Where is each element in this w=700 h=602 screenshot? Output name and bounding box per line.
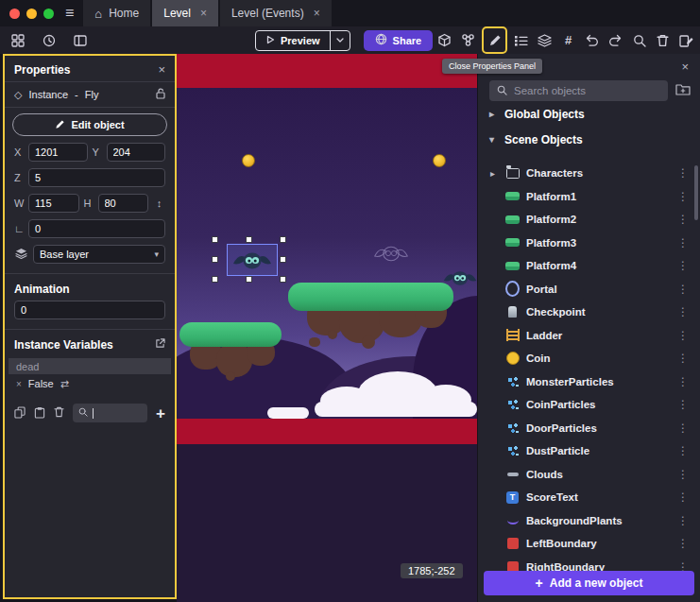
panel-columns-icon[interactable] xyxy=(70,29,90,51)
kebab-menu-icon[interactable]: ⋮ xyxy=(674,213,692,226)
selection-handle[interactable] xyxy=(280,256,286,263)
minimize-window-button[interactable] xyxy=(26,9,37,19)
object-row[interactable]: Portal ⋮ xyxy=(478,278,700,301)
z-input[interactable] xyxy=(28,168,165,187)
history-clock-icon[interactable] xyxy=(39,29,59,51)
y-input[interactable] xyxy=(107,143,166,162)
selection-handle[interactable] xyxy=(280,236,286,243)
kebab-menu-icon[interactable]: ⋮ xyxy=(674,236,692,249)
zoom-window-button[interactable] xyxy=(43,9,54,19)
kebab-menu-icon[interactable]: ⋮ xyxy=(674,259,692,272)
tab-level[interactable]: Level × xyxy=(152,0,218,26)
trash-icon[interactable] xyxy=(54,406,64,420)
grid-icon[interactable]: # xyxy=(558,29,578,51)
height-input[interactable] xyxy=(98,194,149,213)
close-tab-icon[interactable]: × xyxy=(314,7,320,20)
tab-home[interactable]: ⌂ Home xyxy=(83,0,150,26)
close-objects-panel-icon[interactable]: × xyxy=(681,60,689,74)
kebab-menu-icon[interactable]: ⋮ xyxy=(674,305,692,318)
kebab-menu-icon[interactable]: ⋮ xyxy=(674,490,692,504)
selection-handle[interactable] xyxy=(212,236,218,243)
copy-icon[interactable] xyxy=(14,406,26,421)
object-row[interactable]: LeftBoundary ⋮ xyxy=(478,532,700,556)
object-row[interactable]: Coin ⋮ xyxy=(478,347,700,370)
add-variable-button[interactable]: + xyxy=(156,405,165,421)
object-row[interactable]: Platform1 ⋮ xyxy=(478,185,700,209)
fly-sprite[interactable] xyxy=(442,267,477,289)
top-boundary[interactable] xyxy=(177,54,477,88)
selection-handle[interactable] xyxy=(280,276,286,283)
island-rock[interactable] xyxy=(226,371,235,381)
object-row[interactable]: DoorParticles ⋮ xyxy=(478,417,700,440)
undo-icon[interactable] xyxy=(582,29,602,51)
selection-handle[interactable] xyxy=(246,276,252,283)
tab-level-events[interactable]: Level (Events) × xyxy=(220,0,332,26)
close-tab-icon[interactable]: × xyxy=(200,7,207,20)
objects-scrollbar[interactable] xyxy=(694,165,698,220)
group-global-objects[interactable]: ▸ Global Objects xyxy=(478,101,700,127)
kebab-menu-icon[interactable]: ⋮ xyxy=(674,514,692,527)
coin-sprite[interactable] xyxy=(242,154,255,167)
object-row[interactable]: ScoreText ⋮ xyxy=(478,486,700,509)
layout-grid-icon[interactable] xyxy=(8,29,27,51)
width-input[interactable] xyxy=(28,194,79,213)
kebab-menu-icon[interactable]: ⋮ xyxy=(674,352,692,365)
island-rock[interactable] xyxy=(362,335,375,349)
variables-search-input[interactable] xyxy=(73,404,147,422)
add-new-object-button[interactable]: + Add a new object xyxy=(484,571,694,595)
kebab-menu-icon[interactable]: ⋮ xyxy=(674,329,692,342)
selection-handle[interactable] xyxy=(246,236,252,243)
instances-list-icon[interactable] xyxy=(511,29,531,51)
object-row[interactable]: Checkpoint ⋮ xyxy=(478,301,700,324)
edit-scene-events-icon[interactable] xyxy=(676,29,696,51)
layers-icon[interactable] xyxy=(535,29,555,51)
delete-icon[interactable] xyxy=(653,29,673,51)
aspect-ratio-lock-icon[interactable]: ↕ xyxy=(153,198,165,209)
cloud-sprite[interactable] xyxy=(267,407,309,419)
object-row[interactable]: Platform3 ⋮ xyxy=(478,232,700,255)
selection-handle[interactable] xyxy=(212,256,218,263)
fly-sprite-ghost[interactable] xyxy=(373,243,409,265)
redo-icon[interactable] xyxy=(606,29,625,51)
island-rock[interactable] xyxy=(328,330,337,339)
floating-rock[interactable] xyxy=(309,337,320,347)
kebab-menu-icon[interactable]: ⋮ xyxy=(674,444,692,457)
kebab-menu-icon[interactable]: ⋮ xyxy=(674,190,692,203)
add-folder-icon[interactable] xyxy=(675,82,691,99)
object-row[interactable]: DustParticle ⋮ xyxy=(478,439,700,463)
platform-sprite[interactable] xyxy=(179,322,282,347)
group-scene-objects[interactable]: ▾ Scene Objects xyxy=(478,127,700,152)
kebab-menu-icon[interactable]: ⋮ xyxy=(674,375,692,388)
platform-sprite[interactable] xyxy=(288,283,453,311)
kebab-menu-icon[interactable]: ⋮ xyxy=(674,537,692,550)
variable-value-row[interactable]: × False ⇄ xyxy=(9,375,171,392)
object-row[interactable]: Platform4 ⋮ xyxy=(478,254,700,278)
selection-handle[interactable] xyxy=(212,276,218,283)
share-button[interactable]: Share xyxy=(364,30,434,51)
scene-canvas[interactable]: 1785;-252 xyxy=(177,54,477,602)
object-row[interactable]: BackgroundPlants ⋮ xyxy=(478,509,700,533)
coin-sprite[interactable] xyxy=(433,154,446,167)
object-row[interactable]: Clouds ⋮ xyxy=(478,463,700,487)
bottom-boundary[interactable] xyxy=(177,419,477,444)
object-row[interactable]: Ladder ⋮ xyxy=(478,324,700,348)
main-menu-icon[interactable]: ≡ xyxy=(63,0,83,26)
open-variables-editor-icon[interactable] xyxy=(155,338,165,352)
objects-cube-icon[interactable] xyxy=(435,29,454,51)
close-window-button[interactable] xyxy=(9,9,20,19)
kebab-menu-icon[interactable]: ⋮ xyxy=(674,166,692,180)
object-row[interactable]: Platform2 ⋮ xyxy=(478,208,700,232)
kebab-menu-icon[interactable]: ⋮ xyxy=(674,398,692,411)
fly-sprite-selected[interactable] xyxy=(231,249,273,273)
preview-button[interactable]: Preview xyxy=(255,30,350,51)
cloud-sprite[interactable] xyxy=(315,402,477,417)
close-properties-icon[interactable]: × xyxy=(158,62,165,77)
kebab-menu-icon[interactable]: ⋮ xyxy=(674,468,692,481)
zoom-icon[interactable] xyxy=(629,29,649,51)
lock-open-icon[interactable] xyxy=(156,88,165,101)
paste-icon[interactable] xyxy=(34,406,45,421)
search-objects-input[interactable]: Search objects xyxy=(489,80,668,101)
angle-input[interactable] xyxy=(28,219,165,238)
edit-object-button[interactable]: Edit object xyxy=(12,113,167,136)
kebab-menu-icon[interactable]: ⋮ xyxy=(674,421,692,435)
